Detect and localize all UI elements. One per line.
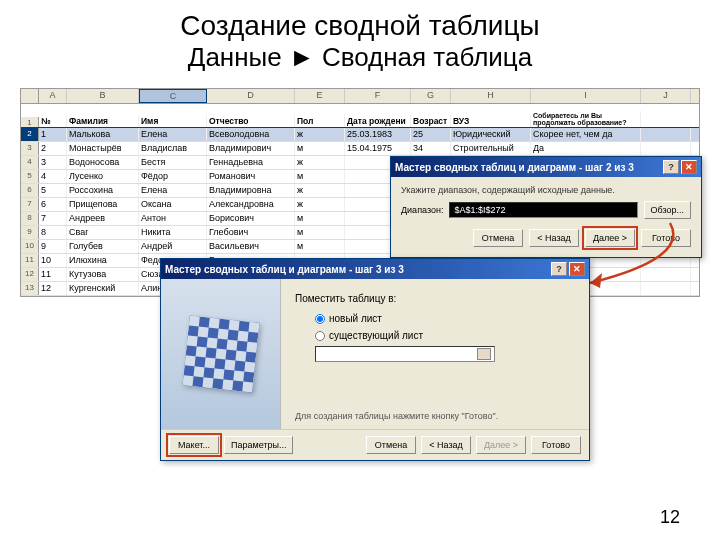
rownum[interactable]: 7 (21, 198, 39, 211)
col-I[interactable]: I (531, 89, 641, 103)
cell-gender[interactable]: ж (295, 156, 345, 169)
cell-name[interactable]: Елена (139, 184, 207, 197)
cell-surname[interactable]: Монастырёв (67, 142, 139, 155)
hdr-age[interactable]: Возраст (411, 115, 451, 127)
cell-surname[interactable]: Кургенский (67, 282, 139, 295)
cell-birth[interactable]: 25.03.1983 (345, 128, 411, 141)
cell-age[interactable]: 34 (411, 142, 451, 155)
cell-name[interactable]: Елена (139, 128, 207, 141)
radio-new-sheet[interactable]: новый лист (315, 313, 575, 324)
cell-gender[interactable]: ж (295, 198, 345, 211)
cell-num[interactable]: 12 (39, 282, 67, 295)
rownum[interactable]: 8 (21, 212, 39, 225)
col-A[interactable]: A (39, 89, 67, 103)
cell-j[interactable] (641, 268, 691, 281)
hdr-patronymic[interactable]: Отчество (207, 115, 295, 127)
cell-num[interactable]: 5 (39, 184, 67, 197)
range-picker-icon[interactable] (477, 348, 491, 360)
layout-button[interactable]: Макет... (169, 436, 219, 454)
col-J[interactable]: J (641, 89, 691, 103)
cell-gender[interactable]: м (295, 240, 345, 253)
cell-num[interactable]: 8 (39, 226, 67, 239)
cell-name[interactable]: Андрей (139, 240, 207, 253)
cell-num[interactable]: 3 (39, 156, 67, 169)
cell-surname[interactable]: Лусенко (67, 170, 139, 183)
rownum[interactable]: 4 (21, 156, 39, 169)
cell-name[interactable]: Фёдор (139, 170, 207, 183)
hdr-num[interactable]: № (39, 115, 67, 127)
rownum-header[interactable]: 1 (21, 117, 39, 127)
cell-surname[interactable]: Прищепова (67, 198, 139, 211)
cell-surname[interactable]: Кутузова (67, 268, 139, 281)
col-B[interactable]: B (67, 89, 139, 103)
rownum[interactable]: 9 (21, 226, 39, 239)
cell-patronymic[interactable]: Васильевич (207, 240, 295, 253)
cell-gender[interactable]: м (295, 142, 345, 155)
next-button[interactable]: Далее > (476, 436, 526, 454)
close-button[interactable]: ✕ (569, 262, 585, 276)
cell-patronymic[interactable]: Глебович (207, 226, 295, 239)
cell-surname[interactable]: Андреев (67, 212, 139, 225)
cell-name[interactable]: Оксана (139, 198, 207, 211)
cell-num[interactable]: 1 (39, 128, 67, 141)
cell-patronymic[interactable]: Александровна (207, 198, 295, 211)
cell-num[interactable]: 2 (39, 142, 67, 155)
rownum[interactable]: 3 (21, 142, 39, 155)
col-E[interactable]: E (295, 89, 345, 103)
cell-num[interactable]: 11 (39, 268, 67, 281)
dialog2-titlebar[interactable]: Мастер сводных таблиц и диаграмм - шаг 2… (391, 157, 701, 177)
cell-birth[interactable]: 15.04.1975 (345, 142, 411, 155)
cell-num[interactable]: 7 (39, 212, 67, 225)
rownum[interactable]: 12 (21, 268, 39, 281)
cell-patronymic[interactable]: Владимировна (207, 184, 295, 197)
cell-continue[interactable]: Да (531, 142, 641, 155)
cell-num[interactable]: 9 (39, 240, 67, 253)
radio-existing-sheet[interactable]: существующий лист (315, 330, 575, 341)
cell-gender[interactable]: м (295, 226, 345, 239)
cell-patronymic[interactable]: Романович (207, 170, 295, 183)
rownum[interactable]: 13 (21, 282, 39, 295)
next-button[interactable]: Далее > (585, 229, 635, 247)
cell-surname[interactable]: Водоносова (67, 156, 139, 169)
hdr-name[interactable]: Имя (139, 115, 207, 127)
radio-new-input[interactable] (315, 314, 325, 324)
params-button[interactable]: Параметры... (224, 436, 293, 454)
hdr-j[interactable] (641, 125, 691, 127)
cell-patronymic[interactable]: Борисович (207, 212, 295, 225)
cell-patronymic[interactable]: Владимирович (207, 142, 295, 155)
cell-j[interactable] (641, 282, 691, 295)
cell-surname[interactable]: Малькова (67, 128, 139, 141)
col-C[interactable]: C (139, 89, 207, 103)
cell-surname[interactable]: Илюхина (67, 254, 139, 267)
cell-surname[interactable]: Голубев (67, 240, 139, 253)
cell-patronymic[interactable]: Геннадьевна (207, 156, 295, 169)
rownum[interactable]: 6 (21, 184, 39, 197)
hdr-gender[interactable]: Пол (295, 115, 345, 127)
cell-num[interactable]: 6 (39, 198, 67, 211)
cell-num[interactable]: 4 (39, 170, 67, 183)
cell-continue[interactable]: Скорее нет, чем да (531, 128, 641, 141)
cell-name[interactable]: Бестя (139, 156, 207, 169)
cancel-button[interactable]: Отмена (366, 436, 416, 454)
cell-patronymic[interactable]: Всеволодовна (207, 128, 295, 141)
cell-univ[interactable]: Строительный (451, 142, 531, 155)
cell-name[interactable]: Никита (139, 226, 207, 239)
col-G[interactable]: G (411, 89, 451, 103)
rownum[interactable]: 5 (21, 170, 39, 183)
cell-univ[interactable]: Юридический (451, 128, 531, 141)
cell-j[interactable] (641, 128, 691, 141)
sheet-ref-input[interactable] (315, 346, 495, 362)
cell-j[interactable] (641, 142, 691, 155)
cell-age[interactable]: 25 (411, 128, 451, 141)
browse-button[interactable]: Обзор... (644, 201, 692, 219)
back-button[interactable]: < Назад (421, 436, 471, 454)
hdr-surname[interactable]: Фамилия (67, 115, 139, 127)
cell-surname[interactable]: Россохина (67, 184, 139, 197)
finish-button[interactable]: Готово (641, 229, 691, 247)
radio-exist-input[interactable] (315, 331, 325, 341)
hdr-continue-edu[interactable]: Собираетесь ли Вы продолжать образование… (531, 111, 641, 127)
cell-gender[interactable]: м (295, 170, 345, 183)
close-button[interactable]: ✕ (681, 160, 697, 174)
cell-name[interactable]: Антон (139, 212, 207, 225)
range-input[interactable] (449, 202, 637, 218)
